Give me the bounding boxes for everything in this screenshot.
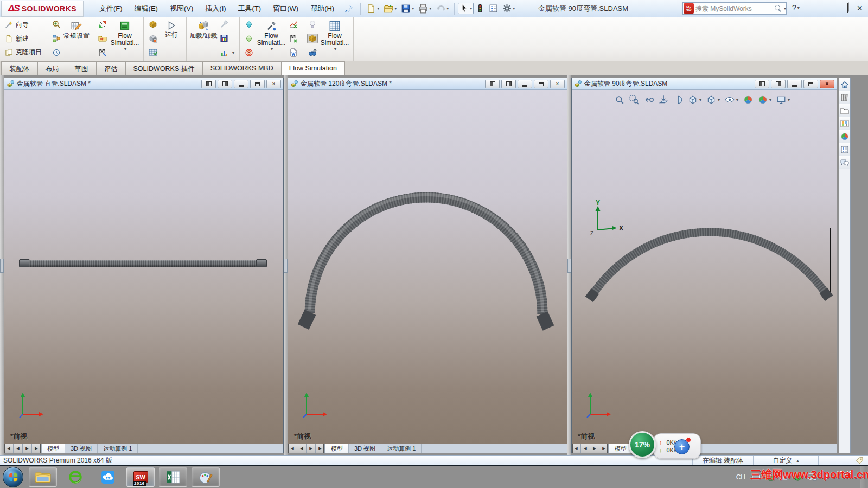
flag-plot-icon[interactable] xyxy=(288,34,299,43)
goal-flag-icon[interactable] xyxy=(97,48,108,57)
tab-flow-simulation[interactable]: Flow Simulation xyxy=(281,61,345,75)
last-tab-button[interactable]: ▶ xyxy=(316,444,325,453)
3d-views-tab[interactable]: 3D 视图 xyxy=(65,444,98,453)
window-titlebar[interactable]: 金属软管 直管.SLDASM * × xyxy=(4,78,283,90)
next-tab-button[interactable]: ▶ xyxy=(23,444,32,453)
last-tab-button[interactable]: ▶ xyxy=(32,444,41,453)
3d-views-tab[interactable]: 3D 视图 xyxy=(349,444,381,453)
probe-tool-icon[interactable] xyxy=(219,20,229,29)
forum-tab[interactable] xyxy=(839,156,850,169)
wizard-button[interactable]: 向导 xyxy=(4,20,43,30)
3d-viewport[interactable]: *前视 xyxy=(4,90,283,444)
straight-pipe-model[interactable] xyxy=(19,259,267,267)
help-button[interactable]: ?▾ xyxy=(792,3,800,12)
tab-sketch[interactable]: 草图 xyxy=(67,61,97,75)
menu-edit[interactable]: 编辑(E) xyxy=(129,1,164,17)
chart-results-button[interactable]: ▾ xyxy=(219,48,235,57)
download-progress-widget[interactable]: 17% xyxy=(629,431,656,458)
panel-splitter[interactable] xyxy=(284,75,288,455)
resources-home-tab[interactable] xyxy=(839,78,850,91)
save-button[interactable]: ▾ xyxy=(400,2,415,15)
tile-left-button[interactable] xyxy=(201,80,216,88)
taskbar-baidu-cloud[interactable] xyxy=(94,467,122,487)
motion-study-tab[interactable]: 运动算例 1 xyxy=(381,444,422,453)
open-document-button[interactable]: ▾ xyxy=(382,2,398,15)
report-word-icon[interactable] xyxy=(288,48,299,57)
chevron-down-icon[interactable]: ▾ xyxy=(784,6,786,11)
mesh-cube-icon[interactable] xyxy=(148,20,158,29)
print-button[interactable]: ▾ xyxy=(417,2,432,15)
menu-view[interactable]: 视图(V) xyxy=(164,1,199,17)
flow-simulation-plots-button[interactable]: Flow Simulati... ▾ xyxy=(256,19,287,59)
tile-left-button[interactable] xyxy=(485,80,500,88)
taskbar-360-browser[interactable] xyxy=(61,467,90,487)
menu-tools[interactable]: 工具(T) xyxy=(232,1,267,17)
cut-plot-icon[interactable] xyxy=(244,20,254,29)
motion-study-tab[interactable]: 运动算例 1 xyxy=(98,444,138,453)
window-restore-button[interactable] xyxy=(803,80,818,88)
results-disk-icon[interactable] xyxy=(219,34,229,43)
custom-properties-tab[interactable] xyxy=(839,143,850,156)
goal-plot-icon[interactable] xyxy=(288,20,299,29)
flow-simulation-features-button[interactable]: Flow Simulati... ▾ xyxy=(109,19,141,59)
taskbar-excel[interactable] xyxy=(159,467,187,487)
appearances-scenes-tab[interactable] xyxy=(839,130,850,143)
tab-mbd[interactable]: SOLIDWORKS MBD xyxy=(202,61,282,75)
app-restore-button[interactable] xyxy=(847,4,848,12)
view-palette-tab[interactable] xyxy=(839,117,850,130)
flow-simulation-display-button[interactable]: Flow Simulati... ▾ xyxy=(319,19,350,59)
panel-splitter[interactable] xyxy=(567,75,571,455)
time-control-icon[interactable] xyxy=(51,48,62,57)
app-close-button[interactable]: × xyxy=(857,4,863,12)
window-minimize-button[interactable] xyxy=(787,80,802,88)
next-tab-button[interactable]: ▶ xyxy=(590,444,599,453)
general-settings-button[interactable]: 常规设置 xyxy=(63,19,90,59)
isosurface-icon[interactable] xyxy=(244,48,254,57)
menu-insert[interactable]: 插入(I) xyxy=(199,1,232,17)
tile-left-button[interactable] xyxy=(755,80,769,88)
window-titlebar[interactable]: 金属软管 120度弯管.SLDASM * × xyxy=(288,78,567,90)
model-tab[interactable]: 模型 xyxy=(41,444,65,453)
window-minimize-button[interactable] xyxy=(518,80,532,88)
display-mesh-toggle[interactable] xyxy=(307,34,318,43)
zoom-to-area-icon[interactable] xyxy=(51,20,62,29)
window-close-button[interactable]: × xyxy=(820,80,834,88)
menu-help[interactable]: 帮助(H) xyxy=(304,1,340,17)
units-dropdown[interactable]: 自定义 ▴ xyxy=(753,456,818,465)
quick-tips-button[interactable] xyxy=(851,456,868,465)
tile-right-button[interactable] xyxy=(771,80,786,88)
select-tool-button[interactable]: ▾ xyxy=(458,3,474,14)
calculation-grid-icon[interactable] xyxy=(148,48,158,57)
search-icon[interactable] xyxy=(775,5,782,12)
rebuild-traffic-light-button[interactable] xyxy=(475,2,486,15)
tile-right-button[interactable] xyxy=(218,80,232,88)
new-project-button[interactable]: 新建 xyxy=(4,34,43,44)
splitter-handle[interactable] xyxy=(567,259,571,273)
taskbar-solidworks[interactable]: SW 2016 xyxy=(126,467,155,487)
next-tab-button[interactable]: ▶ xyxy=(307,444,316,453)
menu-file[interactable]: 文件(F) xyxy=(93,1,129,17)
prev-tab-button[interactable]: ◀ xyxy=(581,444,590,453)
file-properties-button[interactable] xyxy=(488,2,499,15)
window-restore-button[interactable] xyxy=(250,80,265,88)
splitter-handle[interactable] xyxy=(284,259,288,273)
folder-transfer-icon[interactable] xyxy=(97,34,108,43)
splitter-handle[interactable] xyxy=(0,259,4,273)
tab-assembly[interactable]: 装配体 xyxy=(1,61,38,75)
first-tab-button[interactable]: ◀ xyxy=(4,444,14,453)
last-tab-button[interactable]: ▶ xyxy=(599,444,609,453)
window-restore-button[interactable] xyxy=(534,80,548,88)
window-titlebar-active[interactable]: 金属软管 90度弯管.SLDASM × xyxy=(572,78,837,90)
search-parameters-icon[interactable] xyxy=(307,48,318,57)
taskbar-paint-tool[interactable] xyxy=(192,467,220,487)
model-tab[interactable]: 模型 xyxy=(325,444,349,453)
new-document-button[interactable]: ▾ xyxy=(365,2,380,15)
panel-splitter[interactable] xyxy=(0,75,4,455)
clone-project-button[interactable]: 克隆项目 xyxy=(4,47,43,57)
tile-right-button[interactable] xyxy=(501,80,516,88)
prev-tab-button[interactable]: ◀ xyxy=(297,444,307,453)
window-minimize-button[interactable] xyxy=(234,80,248,88)
search-input[interactable] xyxy=(695,5,775,12)
component-tree-icon[interactable] xyxy=(51,34,62,43)
first-tab-button[interactable]: ◀ xyxy=(572,444,581,453)
